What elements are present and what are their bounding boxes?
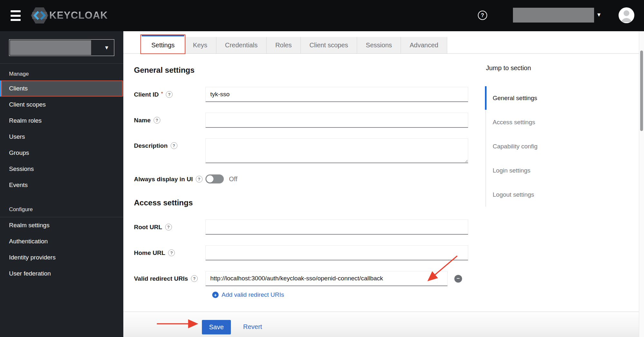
header-right: ? ▾ bbox=[464, 0, 644, 31]
hamburger-menu-icon[interactable] bbox=[11, 10, 21, 21]
sidebar-item-user-federation[interactable]: User federation bbox=[0, 266, 123, 282]
tab-label: Roles bbox=[275, 42, 292, 49]
add-redirect-uri-label: Add valid redirect URIs bbox=[222, 291, 284, 298]
sidebar-item-label: User federation bbox=[9, 270, 51, 277]
help-icon[interactable]: ? bbox=[478, 11, 487, 20]
sidebar-item-label: Sessions bbox=[9, 165, 34, 172]
save-button[interactable]: Save bbox=[202, 320, 231, 334]
jump-link-label: Login settings bbox=[493, 167, 530, 174]
jump-link-label: Capability config bbox=[493, 143, 537, 150]
jump-link-label: Logout settings bbox=[493, 191, 534, 198]
tab-label: Settings bbox=[151, 42, 175, 49]
keycloak-hexagon-icon bbox=[31, 7, 49, 24]
help-icon[interactable]: ? bbox=[165, 224, 172, 230]
valid-redirect-uri-input[interactable] bbox=[205, 271, 448, 286]
help-icon[interactable]: ? bbox=[154, 117, 160, 124]
jump-title: Jump to section bbox=[486, 64, 573, 72]
always-display-toggle[interactable] bbox=[205, 174, 224, 183]
realm-name-redacted bbox=[10, 40, 91, 55]
jump-link-login-settings[interactable]: Login settings bbox=[486, 158, 573, 183]
sidebar-item-users[interactable]: Users bbox=[0, 129, 123, 145]
client-id-input[interactable] bbox=[205, 87, 468, 102]
tab-sessions[interactable]: Sessions bbox=[357, 37, 401, 53]
tab-keys[interactable]: Keys bbox=[184, 37, 216, 53]
always-display-label: Always display in UI bbox=[134, 176, 193, 183]
required-asterisk: * bbox=[161, 91, 163, 97]
sidebar-item-label: Client scopes bbox=[9, 101, 46, 108]
valid-redirect-uris-label: Valid redirect URIs bbox=[134, 275, 188, 282]
user-menu-caret-icon[interactable]: ▾ bbox=[597, 11, 601, 18]
description-textarea[interactable] bbox=[205, 138, 468, 163]
realm-selector-block: ▾ bbox=[0, 31, 123, 64]
valid-redirect-uris-row: Valid redirect URIs ? − bbox=[134, 271, 474, 286]
plus-circle-icon: + bbox=[212, 292, 219, 298]
client-id-label: Client ID bbox=[134, 91, 159, 98]
help-icon[interactable]: ? bbox=[168, 249, 175, 256]
sidebar-item-events[interactable]: Events bbox=[0, 177, 123, 193]
root-url-input[interactable] bbox=[205, 220, 468, 235]
tab-label: Credentials bbox=[225, 42, 258, 49]
root-url-label: Root URL bbox=[134, 224, 162, 231]
sidebar: ▾ Manage Clients Client scopes Realm rol… bbox=[0, 31, 123, 337]
sidebar-item-sessions[interactable]: Sessions bbox=[0, 161, 123, 177]
sidebar-item-authentication[interactable]: Authentication bbox=[0, 233, 123, 249]
jump-to-section-panel: Jump to section General settings Access … bbox=[486, 64, 573, 207]
name-input[interactable] bbox=[205, 113, 468, 128]
client-tabs: Settings Keys Credentials Roles Client s… bbox=[123, 36, 644, 54]
description-row: Description ? bbox=[134, 138, 474, 163]
general-settings-heading: General settings bbox=[134, 66, 474, 75]
realm-selector[interactable]: ▾ bbox=[9, 39, 114, 56]
sidebar-item-label: Events bbox=[9, 182, 28, 188]
sidebar-item-clients[interactable]: Clients bbox=[0, 80, 123, 97]
jump-link-general-settings[interactable]: General settings bbox=[486, 86, 573, 110]
client-id-row: Client ID * ? bbox=[134, 87, 474, 102]
realm-caret-icon: ▾ bbox=[105, 44, 108, 51]
root-url-row: Root URL ? bbox=[134, 220, 474, 235]
sidebar-item-identity-providers[interactable]: Identity providers bbox=[0, 249, 123, 266]
help-icon[interactable]: ? bbox=[171, 142, 177, 149]
tab-label: Keys bbox=[193, 42, 207, 49]
avatar[interactable] bbox=[619, 7, 634, 23]
add-redirect-uri-link[interactable]: + Add valid redirect URIs bbox=[212, 291, 284, 298]
keycloak-admin-console: KEYCLOAK ? ▾ ▾ Manage Clients bbox=[0, 0, 644, 337]
tab-client-scopes[interactable]: Client scopes bbox=[301, 37, 357, 53]
tab-roles[interactable]: Roles bbox=[267, 37, 301, 53]
masthead: KEYCLOAK ? ▾ bbox=[0, 0, 644, 31]
revert-link[interactable]: Revert bbox=[243, 323, 262, 331]
sidebar-item-groups[interactable]: Groups bbox=[0, 145, 123, 161]
tab-settings[interactable]: Settings bbox=[142, 35, 184, 54]
sidebar-item-label: Groups bbox=[9, 149, 29, 156]
sidebar-item-label: Realm roles bbox=[9, 117, 42, 124]
sidebar-item-realm-settings[interactable]: Realm settings bbox=[0, 217, 123, 233]
help-icon[interactable]: ? bbox=[196, 176, 203, 183]
sidebar-item-client-scopes[interactable]: Client scopes bbox=[0, 97, 123, 113]
minus-icon: − bbox=[457, 276, 460, 282]
home-url-input[interactable] bbox=[205, 245, 468, 260]
nav-group-configure: Configure bbox=[0, 206, 123, 213]
sidebar-item-label: Realm settings bbox=[9, 222, 50, 229]
tab-label: Client scopes bbox=[309, 42, 348, 49]
tab-credentials[interactable]: Credentials bbox=[216, 37, 267, 53]
help-icon[interactable]: ? bbox=[191, 275, 198, 282]
name-label: Name bbox=[134, 117, 151, 124]
nav-group-manage: Manage bbox=[0, 71, 123, 77]
help-icon[interactable]: ? bbox=[166, 91, 173, 98]
home-url-label: Home URL bbox=[134, 249, 165, 257]
remove-redirect-uri-button[interactable]: − bbox=[454, 275, 462, 283]
scrollbar-thumb[interactable] bbox=[640, 51, 643, 131]
sidebar-item-realm-roles[interactable]: Realm roles bbox=[0, 113, 123, 129]
jump-link-access-settings[interactable]: Access settings bbox=[486, 110, 573, 134]
username-redacted-box bbox=[513, 8, 594, 23]
access-settings-heading: Access settings bbox=[134, 198, 474, 207]
person-icon bbox=[619, 7, 634, 23]
keycloak-logo: KEYCLOAK bbox=[31, 7, 108, 24]
add-redirect-row: + Add valid redirect URIs bbox=[134, 291, 474, 298]
sidebar-item-label: Clients bbox=[9, 85, 28, 92]
jump-link-logout-settings[interactable]: Logout settings bbox=[486, 183, 573, 207]
jump-link-capability-config[interactable]: Capability config bbox=[486, 134, 573, 158]
tab-advanced[interactable]: Advanced bbox=[401, 37, 447, 53]
jump-links: General settings Access settings Capabil… bbox=[486, 86, 573, 207]
scrollbar-track[interactable] bbox=[639, 31, 644, 337]
jump-link-label: General settings bbox=[493, 95, 537, 102]
sidebar-item-label: Users bbox=[9, 133, 25, 140]
